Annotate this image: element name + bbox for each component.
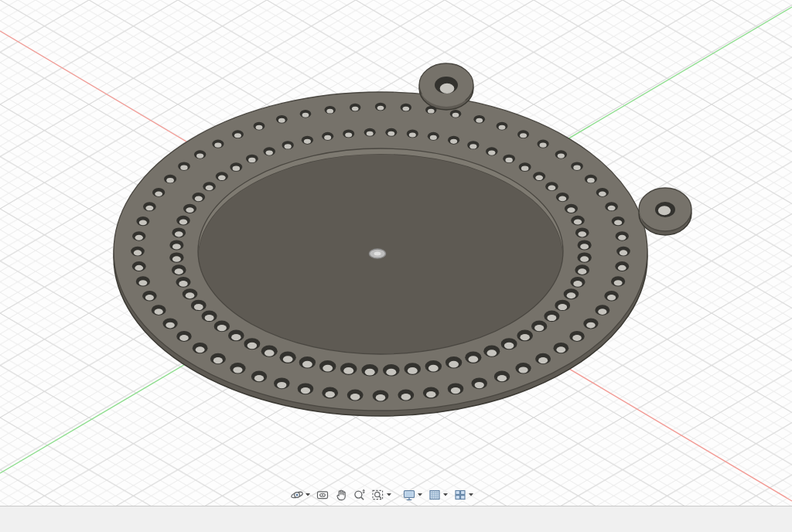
hole-opening	[278, 118, 285, 123]
hole-opening	[409, 132, 416, 137]
look-at-button[interactable]	[315, 487, 330, 503]
hole-opening	[367, 131, 374, 136]
top-tab[interactable]	[419, 63, 473, 110]
zoom-window-fit-button[interactable]	[370, 487, 393, 503]
hole-opening	[468, 356, 478, 363]
hole-opening	[580, 256, 589, 261]
hole-opening	[428, 365, 439, 372]
hole-opening	[607, 295, 616, 300]
hole-opening	[618, 265, 626, 271]
hole-opening	[573, 165, 580, 170]
fit-icon	[371, 488, 385, 502]
hole-opening	[196, 153, 203, 158]
hole-opening	[548, 186, 555, 191]
hole-opening	[574, 220, 582, 225]
hole-opening	[408, 367, 418, 374]
hole-opening	[302, 113, 309, 118]
hole-opening	[302, 361, 312, 368]
top-tab-hole-opening	[440, 84, 455, 94]
hole-opening	[505, 158, 512, 162]
hole-opening	[519, 367, 528, 373]
zoom-button[interactable]	[352, 487, 367, 503]
hole-opening	[402, 107, 409, 111]
hole-opening	[504, 343, 514, 349]
orbit-button[interactable]	[289, 487, 312, 503]
hole-opening	[166, 178, 174, 182]
hole-opening	[326, 109, 333, 114]
hole-opening	[233, 367, 242, 373]
hole-opening	[365, 369, 375, 376]
hole-opening	[266, 150, 273, 155]
hole-opening	[620, 250, 628, 255]
look-at-icon	[316, 488, 329, 502]
hole-opening	[469, 144, 476, 148]
hole-opening	[218, 176, 226, 181]
hole-opening	[558, 304, 567, 310]
pan-button[interactable]	[333, 487, 349, 503]
hole-opening	[325, 391, 334, 397]
hole-opening	[206, 186, 213, 191]
display-settings-button[interactable]	[401, 487, 424, 503]
hole-opening	[586, 322, 596, 329]
viewports-button[interactable]	[452, 487, 475, 503]
hole-opening	[301, 387, 310, 394]
hole-opening	[386, 369, 396, 376]
hole-opening	[265, 350, 275, 356]
viewport[interactable]	[0, 0, 792, 506]
dropdown-caret-icon[interactable]	[386, 493, 392, 497]
origin-marker[interactable]	[370, 249, 386, 258]
dropdown-caret-icon[interactable]	[417, 493, 423, 497]
hole-opening	[488, 150, 495, 155]
hole-opening	[186, 292, 195, 298]
hole-opening	[196, 346, 205, 353]
dropdown-caret-icon[interactable]	[442, 493, 449, 497]
dropdown-caret-icon[interactable]	[305, 493, 311, 497]
hole-opening	[521, 166, 529, 171]
hole-opening	[186, 207, 193, 213]
hole-opening	[535, 176, 543, 181]
dropdown-caret-icon[interactable]	[468, 493, 474, 497]
hole-opening	[138, 280, 147, 285]
hole-opening	[497, 375, 507, 381]
hole-opening	[376, 394, 385, 401]
viewports-icon	[453, 488, 467, 502]
hole-opening	[205, 315, 214, 321]
hole-opening	[352, 107, 359, 111]
hole-opening	[572, 335, 582, 341]
hole-opening	[486, 350, 497, 356]
hole-opening	[599, 191, 606, 196]
hole-opening	[248, 158, 255, 162]
right-tab[interactable]	[639, 188, 691, 235]
zoom-icon	[353, 488, 367, 502]
timeline-panel	[0, 506, 792, 532]
hole-opening	[154, 309, 162, 315]
hole-opening	[598, 309, 606, 315]
hole-opening	[145, 295, 154, 300]
hole-opening	[350, 394, 360, 400]
hole-opening	[451, 387, 460, 394]
hole-opening	[180, 165, 187, 170]
hole-opening	[578, 231, 586, 237]
hole-opening	[567, 207, 575, 213]
hole-opening	[172, 256, 181, 261]
hole-opening	[573, 281, 582, 287]
hole-opening	[618, 235, 626, 240]
hole-opening	[345, 132, 352, 137]
viewport-canvas[interactable]	[0, 0, 792, 506]
hole-opening	[430, 135, 437, 140]
hole-opening	[567, 292, 576, 298]
hole-opening	[343, 367, 353, 374]
hole-opening	[578, 268, 586, 275]
grid-settings-icon	[428, 488, 442, 502]
hole-opening	[450, 139, 457, 144]
hole-opening	[155, 191, 162, 196]
hole-opening	[248, 343, 258, 349]
hole-opening	[547, 315, 556, 321]
hole-opening	[214, 143, 221, 148]
grid-and-snaps-button[interactable]	[427, 487, 449, 503]
hole-opening	[135, 265, 143, 271]
hole-opening	[175, 231, 183, 237]
hole-opening	[135, 235, 143, 240]
hole-opening	[323, 365, 333, 372]
hole-opening	[520, 334, 529, 340]
